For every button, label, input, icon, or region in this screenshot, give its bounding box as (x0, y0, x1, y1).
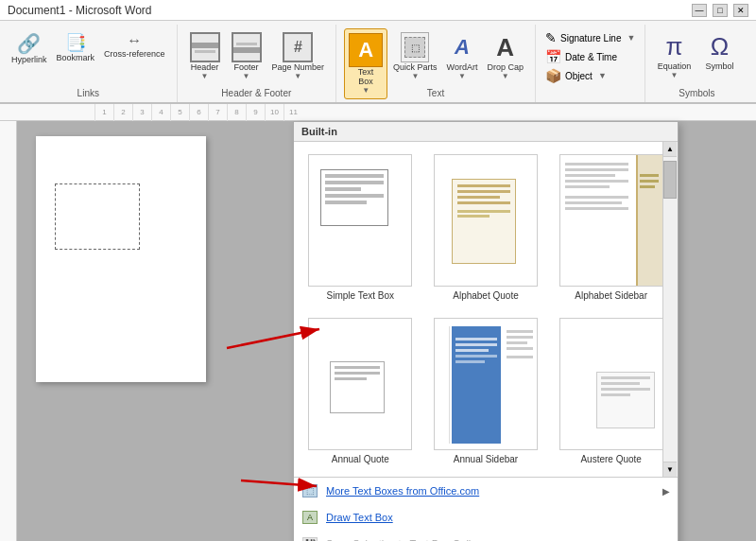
ruler-mark: 5 (170, 104, 189, 121)
annual-quote-preview (308, 318, 412, 450)
close-button[interactable]: ✕ (733, 4, 748, 17)
alphabet-quote-label: Alphabet Quote (453, 290, 519, 301)
annual-sidebar-item[interactable]: Annual Sidebar (427, 313, 545, 469)
main-area: Built-in Simple Text Box (0, 121, 756, 541)
datetime-icon: 📅 (545, 49, 561, 64)
alphabet-quote-item[interactable]: Alphabet Quote (427, 149, 545, 305)
signature-button[interactable]: ✎ Signature Line ▼ (541, 28, 639, 47)
more-text-boxes-icon: ⬚ (301, 482, 318, 499)
ruler: 1 2 3 4 5 6 7 8 9 10 11 (0, 104, 756, 121)
textbox-icon: A (349, 33, 383, 67)
text-group-label: Text (427, 88, 444, 98)
footer-button[interactable]: Footer ▼ (227, 28, 266, 84)
dropcap-button[interactable]: A Drop Cap ▼ (483, 28, 527, 99)
more-text-boxes-item[interactable]: ⬚ More Text Boxes from Office.com ▶ (294, 478, 678, 504)
links-group-label: Links (77, 88, 99, 98)
ruler-mark: 8 (227, 104, 246, 121)
header-icon (190, 32, 220, 62)
window-controls: — □ ✕ (692, 4, 748, 17)
textbox-button[interactable]: A TextBox ▼ (344, 28, 387, 99)
annual-sidebar-label: Annual Sidebar (454, 454, 518, 464)
textbox-dropdown: Built-in Simple Text Box (293, 121, 679, 541)
scrollbar-down-button[interactable]: ▼ (663, 462, 677, 477)
crossref-label: Cross-reference (104, 49, 165, 59)
wordart-button[interactable]: A WordArt ▼ (443, 28, 482, 99)
document-page (36, 136, 206, 382)
ruler-mark: 11 (284, 104, 302, 121)
dropdown-scrollbar[interactable]: ▲ ▼ (662, 142, 678, 477)
alphabet-sidebar-label: Alphabet Sidebar (575, 290, 647, 301)
dropcap-icon: A (491, 32, 520, 62)
text-box-on-page (55, 183, 140, 250)
ruler-mark: 1 (94, 104, 113, 121)
quickparts-label: Quick Parts (393, 62, 438, 72)
draw-text-box-item[interactable]: A Draw Text Box (294, 504, 678, 531)
dropcap-label: Drop Cap (487, 62, 524, 72)
footer-label: Footer (234, 62, 259, 72)
more-text-boxes-arrow: ▶ (662, 486, 670, 497)
ruler-mark: 2 (113, 104, 132, 121)
headerfooter-group: Header ▼ Footer ▼ # Page Number ▼ Header… (178, 25, 337, 102)
annual-quote-item[interactable]: Annual Quote (301, 313, 420, 469)
symbols-group-label: Symbols (679, 88, 714, 98)
simple-text-box-label: Simple Text Box (327, 290, 395, 301)
text-group: A TextBox ▼ ⬚ Quick Parts ▼ A WordArt ▼ … (336, 25, 536, 102)
dropdown-header: Built-in (294, 122, 678, 142)
headerfooter-group-label: Header & Footer (221, 88, 291, 98)
equation-button[interactable]: π Equation ▼ (653, 28, 695, 83)
hyperlink-button[interactable]: 🔗 Hyperlink (8, 28, 51, 68)
signature-label: Signature Line (560, 33, 622, 44)
ruler-mark: 9 (246, 104, 265, 121)
quickparts-icon: ⬚ (401, 32, 429, 62)
signature-arrow: ▼ (627, 33, 635, 43)
datetime-button[interactable]: 📅 Date & Time (541, 47, 639, 66)
ruler-marks: 1 2 3 4 5 6 7 8 9 10 11 (94, 104, 302, 121)
austere-quote-item[interactable]: Austere Quote (552, 313, 670, 469)
scrollbar-thumb[interactable] (663, 161, 677, 199)
vertical-ruler (0, 121, 17, 541)
austere-quote-preview (559, 318, 663, 450)
bookmark-button[interactable]: 📑 Bookmark (53, 28, 99, 68)
bookmark-icon: 📑 (65, 32, 86, 53)
minimize-button[interactable]: — (692, 4, 707, 17)
draw-text-box-label: Draw Text Box (326, 512, 393, 523)
maximize-button[interactable]: □ (713, 4, 728, 17)
bookmark-label: Bookmark (57, 53, 95, 62)
austere-quote-label: Austere Quote (580, 454, 641, 464)
alphabet-sidebar-item[interactable]: Alphabet Sidebar (552, 149, 670, 305)
title-bar: Document1 - Microsoft Word — □ ✕ (0, 0, 756, 21)
insert-extras-group: ✎ Signature Line ▼ 📅 Date & Time 📦 Objec… (536, 25, 645, 102)
annual-quote-label: Annual Quote (332, 454, 389, 464)
object-label: Object (565, 71, 593, 81)
simple-text-box-preview (308, 154, 412, 287)
wordart-label: WordArt (447, 62, 478, 72)
crossref-button[interactable]: ↔ Cross-reference (100, 28, 169, 68)
symbol-button[interactable]: Ω Symbol (698, 28, 740, 83)
save-selection-item: 💾 Save Selection to Text Box Gallery (294, 531, 678, 541)
pagenumber-button[interactable]: # Page Number ▼ (268, 28, 329, 84)
textbox-label: TextBox (358, 67, 374, 86)
signature-icon: ✎ (545, 30, 557, 45)
hyperlink-label: Hyperlink (11, 55, 47, 64)
symbol-label: Symbol (705, 61, 733, 71)
alphabet-quote-preview (434, 154, 538, 287)
save-selection-icon: 💾 (301, 535, 318, 541)
symbols-group: π Equation ▼ Ω Symbol Symbols (645, 25, 747, 102)
ruler-mark: 10 (265, 104, 284, 121)
annual-sidebar-preview (434, 318, 538, 450)
header-button[interactable]: Header ▼ (185, 28, 225, 84)
hyperlink-icon: 🔗 (17, 32, 41, 55)
ruler-mark: 4 (151, 104, 170, 121)
equation-label: Equation (658, 61, 692, 71)
symbol-icon: Ω (711, 32, 729, 61)
crossref-icon: ↔ (127, 32, 142, 49)
links-group: 🔗 Hyperlink 📑 Bookmark ↔ Cross-reference… (0, 25, 178, 102)
scrollbar-track (663, 157, 678, 462)
ruler-mark: 3 (132, 104, 151, 121)
ribbon: 🔗 Hyperlink 📑 Bookmark ↔ Cross-reference… (0, 21, 756, 104)
simple-text-box-item[interactable]: Simple Text Box (301, 149, 420, 305)
ruler-mark: 7 (208, 104, 227, 121)
scrollbar-up-button[interactable]: ▲ (663, 142, 677, 157)
textbox-grid: Simple Text Box Alphabet (294, 142, 678, 477)
object-button[interactable]: 📦 Object ▼ (541, 66, 639, 85)
